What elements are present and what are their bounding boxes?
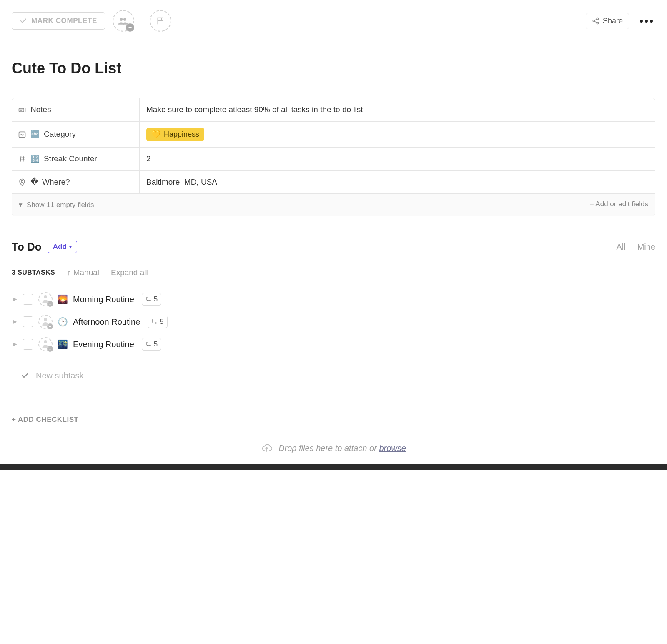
field-notes-row: Notes Make sure to complete atleast 90% … — [12, 98, 655, 122]
share-label: Share — [603, 17, 623, 25]
field-label-text: Where? — [42, 177, 70, 188]
plus-icon: + — [47, 346, 53, 352]
notes-icon — [18, 106, 26, 114]
sort-manual[interactable]: ↑ Manual — [67, 267, 99, 278]
subtask-name[interactable]: Afternoon Routine — [73, 316, 140, 328]
separator — [142, 14, 142, 28]
subtasks-icon — [151, 319, 157, 325]
svg-point-3 — [593, 20, 595, 22]
dropzone-text: Drop files here to attach or browse — [278, 442, 406, 454]
mark-complete-label: MARK COMPLETE — [31, 17, 97, 25]
chevron-down-icon: ▾ — [69, 244, 72, 250]
subtask-toolbar: 3 SUBTASKS ↑ Manual Expand all — [12, 267, 655, 278]
section-head-left: To Do Add ▾ — [12, 239, 77, 254]
assign-button[interactable]: + — [38, 315, 53, 329]
attachments-dropzone[interactable]: Drop files here to attach or browse — [12, 435, 655, 464]
svg-point-17 — [155, 323, 156, 323]
more-menu-button[interactable] — [637, 17, 655, 25]
todo-section-head: To Do Add ▾ All Mine — [12, 239, 655, 254]
tag-emoji: 💛 — [151, 129, 160, 140]
category-tag[interactable]: 💛 Happiness — [146, 128, 204, 141]
field-label-text: Streak Counter — [44, 153, 97, 165]
where-emoji: � — [30, 177, 38, 187]
field-notes-value[interactable]: Make sure to complete atleast 90% of all… — [140, 98, 655, 121]
todo-title: To Do — [12, 239, 42, 254]
field-category-value[interactable]: 💛 Happiness — [140, 122, 655, 147]
svg-point-18 — [146, 342, 147, 343]
chevron-right-icon[interactable]: ▶ — [12, 318, 18, 326]
streak-emoji: 🔢 — [30, 154, 40, 164]
task-header: MARK COMPLETE + Share — [0, 0, 667, 43]
browse-link[interactable]: browse — [379, 444, 406, 453]
assign-button[interactable]: + — [38, 292, 53, 306]
field-streak-value[interactable]: 2 — [140, 148, 655, 170]
field-where-row: � Where? Baltimore, MD, USA — [12, 171, 655, 194]
filter-tabs: All Mine — [616, 241, 655, 253]
svg-line-6 — [594, 21, 597, 23]
subtask-name[interactable]: Morning Routine — [73, 293, 134, 305]
field-streak-row: 🔢 Streak Counter 2 — [12, 148, 655, 171]
expand-all[interactable]: Expand all — [111, 267, 148, 278]
share-button[interactable]: Share — [586, 13, 629, 29]
subtask-row: ▶ + 🌃 Evening Routine 5 — [12, 333, 655, 356]
chevron-right-icon[interactable]: ▶ — [12, 295, 18, 303]
flag-icon — [156, 16, 165, 25]
add-label: Add — [53, 243, 67, 251]
hash-icon — [18, 155, 26, 163]
task-content: Cute To Do List Notes Make sure to compl… — [0, 43, 667, 464]
header-left: MARK COMPLETE + — [12, 10, 171, 32]
subtask-emoji: 🕑 — [58, 316, 68, 328]
subtask-count-badge[interactable]: 5 — [142, 293, 161, 306]
field-streak-label: 🔢 Streak Counter — [12, 148, 140, 170]
subtask-count-badge[interactable]: 5 — [148, 316, 167, 328]
svg-point-0 — [120, 18, 123, 21]
pin-icon — [18, 178, 26, 186]
header-right: Share — [586, 13, 655, 29]
category-emoji: 🔤 — [30, 129, 40, 140]
badge-count: 5 — [154, 339, 158, 349]
field-category-label: 🔤 Category — [12, 122, 140, 147]
assign-button[interactable]: + — [113, 10, 134, 32]
field-where-label: � Where? — [12, 171, 140, 194]
new-subtask-input[interactable]: New subtask — [12, 361, 655, 390]
svg-point-2 — [597, 18, 599, 20]
field-notes-label: Notes — [12, 98, 140, 121]
subtask-row: ▶ + 🌄 Morning Routine 5 — [12, 288, 655, 311]
bottom-bar — [0, 464, 667, 470]
field-where-value[interactable]: Baltimore, MD, USA — [140, 171, 655, 194]
svg-point-4 — [597, 22, 599, 24]
subtask-count: 3 SUBTASKS — [12, 268, 55, 277]
show-empty-label: Show 11 empty fields — [27, 200, 94, 210]
subtask-checkbox[interactable] — [23, 294, 33, 305]
filter-all[interactable]: All — [616, 241, 625, 253]
task-title[interactable]: Cute To Do List — [12, 58, 655, 79]
field-label-text: Notes — [30, 104, 51, 115]
check-icon — [20, 17, 27, 25]
add-checklist-button[interactable]: + ADD CHECKLIST — [12, 415, 655, 425]
subtask-checkbox[interactable] — [23, 339, 33, 350]
show-empty-fields[interactable]: ▾ Show 11 empty fields — [19, 200, 94, 210]
add-edit-fields[interactable]: + Add or edit fields — [590, 199, 648, 210]
flag-button[interactable] — [150, 10, 171, 32]
chevron-right-icon[interactable]: ▶ — [12, 340, 18, 348]
svg-line-12 — [23, 156, 24, 162]
filter-mine[interactable]: Mine — [637, 241, 655, 253]
add-subtask-button[interactable]: Add ▾ — [48, 241, 77, 253]
check-icon — [21, 371, 29, 380]
plus-icon: + — [47, 301, 53, 307]
mark-complete-button[interactable]: MARK COMPLETE — [12, 12, 105, 30]
svg-line-11 — [20, 156, 21, 162]
svg-rect-8 — [19, 132, 25, 137]
svg-point-19 — [150, 345, 150, 346]
subtask-emoji: 🌃 — [58, 338, 68, 350]
subtask-emoji: 🌄 — [58, 293, 68, 305]
fields-footer: ▾ Show 11 empty fields + Add or edit fie… — [12, 194, 655, 216]
subtask-name[interactable]: Evening Routine — [73, 338, 134, 350]
plus-icon: + — [126, 23, 134, 32]
subtask-count-badge[interactable]: 5 — [142, 338, 161, 351]
svg-point-16 — [152, 320, 153, 321]
cloud-upload-icon — [261, 443, 273, 453]
assign-button[interactable]: + — [38, 337, 53, 351]
subtask-checkbox[interactable] — [23, 316, 33, 327]
svg-point-14 — [146, 297, 147, 298]
